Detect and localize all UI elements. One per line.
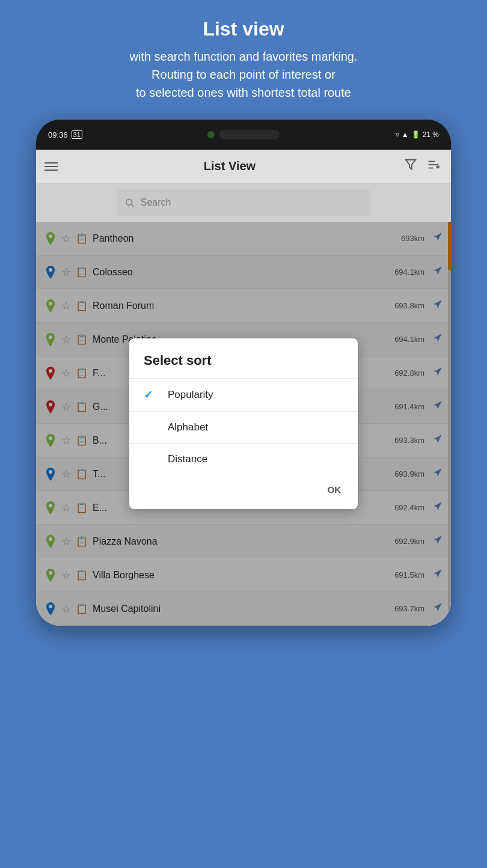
search-icon [124,197,135,208]
dialog-buttons: OK [129,475,358,504]
page-subtitle1: with search function and favorites marki… [129,47,357,66]
wifi-icon: ▿ [396,130,399,139]
page-subtitle2: Routing to each point of interest or [129,66,357,84]
svg-marker-0 [406,160,416,170]
search-input[interactable] [141,197,363,208]
dialog-overlay: Select sort ✓ Popularity Alphabet Distan… [36,222,451,626]
app-toolbar: List View [36,150,451,183]
svg-point-5 [126,199,132,205]
poi-list-container: ☆ 📋 Pantheon 693km ☆ 📋 Colosseo 694.1km [36,222,451,626]
signal-icon: ▲ [402,130,409,139]
menu-line [44,162,58,164]
select-sort-dialog: Select sort ✓ Popularity Alphabet Distan… [129,338,358,509]
phone-screen: List View [36,150,451,626]
search-bar-container [36,183,451,222]
hamburger-menu-button[interactable] [44,162,58,171]
notch-pill [219,130,280,139]
dialog-title: Select sort [129,353,358,378]
option-label: Popularity [168,389,213,401]
camera-dot [207,131,215,138]
sort-option[interactable]: Alphabet [129,411,358,443]
svg-line-6 [132,204,134,207]
ok-button[interactable]: OK [320,480,349,500]
sort-option[interactable]: Distance [129,443,358,475]
option-label: Alphabet [168,421,208,433]
status-icons: ▿ ▲ 🔋 21 % [396,130,439,139]
header-section: List view with search function and favor… [105,0,381,114]
sort-options: ✓ Popularity Alphabet Distance [129,378,358,475]
phone-device: 09:36 31 ▿ ▲ 🔋 21 % List View [36,120,451,626]
search-bar[interactable] [117,189,370,216]
toolbar-title: List View [58,159,402,173]
menu-line [44,170,58,171]
option-label: Distance [168,453,207,465]
menu-line [44,166,58,167]
filter-icon[interactable] [402,156,420,177]
sort-icon[interactable] [424,156,443,177]
notch [207,130,280,139]
option-check-icon: ✓ [144,388,158,402]
sort-option[interactable]: ✓ Popularity [129,378,358,411]
battery-icon: 🔋 [411,130,420,139]
status-bar: 09:36 31 ▿ ▲ 🔋 21 % [36,120,451,150]
status-time: 09:36 31 [48,130,82,139]
page-subtitle3: to selected ones with shortest total rou… [129,84,357,102]
page-title: List view [129,18,357,40]
